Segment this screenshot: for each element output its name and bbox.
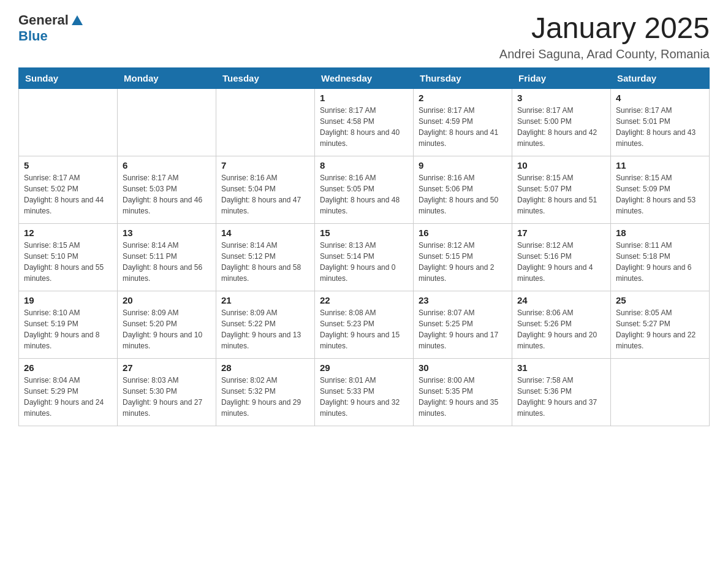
day-number: 8: [320, 160, 408, 170]
day-info: Sunrise: 8:15 AMSunset: 5:09 PMDaylight:…: [616, 172, 704, 216]
day-number: 30: [419, 362, 507, 373]
week-row-1: 1Sunrise: 8:17 AMSunset: 4:58 PMDaylight…: [19, 88, 710, 156]
day-number: 12: [24, 228, 112, 238]
table-row: 15Sunrise: 8:13 AMSunset: 5:14 PMDayligh…: [315, 223, 414, 291]
day-info: Sunrise: 8:12 AMSunset: 5:16 PMDaylight:…: [517, 240, 605, 284]
header-saturday: Saturday: [611, 67, 710, 88]
day-info: Sunrise: 8:09 AMSunset: 5:20 PMDaylight:…: [123, 307, 211, 351]
calendar-title: January 2025: [499, 12, 710, 45]
day-number: 3: [517, 93, 605, 103]
day-number: 18: [616, 228, 704, 238]
day-number: 23: [419, 295, 507, 305]
table-row: 20Sunrise: 8:09 AMSunset: 5:20 PMDayligh…: [118, 291, 216, 358]
week-row-4: 19Sunrise: 8:10 AMSunset: 5:19 PMDayligh…: [19, 291, 710, 358]
day-info: Sunrise: 8:10 AMSunset: 5:19 PMDaylight:…: [24, 307, 112, 351]
day-number: 24: [517, 295, 605, 305]
calendar-subtitle: Andrei Saguna, Arad County, Romania: [499, 47, 710, 61]
day-number: 10: [517, 160, 605, 170]
day-info: Sunrise: 8:04 AMSunset: 5:29 PMDaylight:…: [24, 375, 112, 419]
day-info: Sunrise: 8:16 AMSunset: 5:06 PMDaylight:…: [419, 172, 507, 216]
header-friday: Friday: [512, 67, 611, 88]
day-number: 28: [221, 362, 309, 373]
table-row: 3Sunrise: 8:17 AMSunset: 5:00 PMDaylight…: [512, 88, 611, 156]
day-info: Sunrise: 8:02 AMSunset: 5:32 PMDaylight:…: [221, 375, 309, 419]
day-number: 27: [123, 362, 211, 373]
day-number: 1: [320, 93, 408, 103]
weekday-header-row: Sunday Monday Tuesday Wednesday Thursday…: [19, 67, 710, 88]
table-row: 13Sunrise: 8:14 AMSunset: 5:11 PMDayligh…: [118, 223, 216, 291]
table-row: 17Sunrise: 8:12 AMSunset: 5:16 PMDayligh…: [512, 223, 611, 291]
day-info: Sunrise: 8:15 AMSunset: 5:10 PMDaylight:…: [24, 240, 112, 284]
day-number: 17: [517, 228, 605, 238]
header-thursday: Thursday: [414, 67, 512, 88]
table-row: 23Sunrise: 8:07 AMSunset: 5:25 PMDayligh…: [414, 291, 512, 358]
day-number: 31: [517, 362, 605, 373]
table-row: 22Sunrise: 8:08 AMSunset: 5:23 PMDayligh…: [315, 291, 414, 358]
table-row: 19Sunrise: 8:10 AMSunset: 5:19 PMDayligh…: [19, 291, 118, 358]
day-info: Sunrise: 8:16 AMSunset: 5:04 PMDaylight:…: [221, 172, 309, 216]
day-number: 16: [419, 228, 507, 238]
day-info: Sunrise: 8:05 AMSunset: 5:27 PMDaylight:…: [616, 307, 704, 351]
svg-marker-0: [72, 15, 83, 25]
day-number: 25: [616, 295, 704, 305]
table-row: 30Sunrise: 8:00 AMSunset: 5:35 PMDayligh…: [414, 358, 512, 426]
logo-text-blue: Blue: [18, 28, 48, 44]
day-info: Sunrise: 8:13 AMSunset: 5:14 PMDaylight:…: [320, 240, 408, 284]
table-row: 11Sunrise: 8:15 AMSunset: 5:09 PMDayligh…: [611, 156, 710, 223]
table-row: 10Sunrise: 8:15 AMSunset: 5:07 PMDayligh…: [512, 156, 611, 223]
day-info: Sunrise: 8:01 AMSunset: 5:33 PMDaylight:…: [320, 375, 408, 419]
table-row: 6Sunrise: 8:17 AMSunset: 5:03 PMDaylight…: [118, 156, 216, 223]
table-row: 7Sunrise: 8:16 AMSunset: 5:04 PMDaylight…: [216, 156, 315, 223]
day-info: Sunrise: 8:15 AMSunset: 5:07 PMDaylight:…: [517, 172, 605, 216]
table-row: 27Sunrise: 8:03 AMSunset: 5:30 PMDayligh…: [118, 358, 216, 426]
table-row: 8Sunrise: 8:16 AMSunset: 5:05 PMDaylight…: [315, 156, 414, 223]
day-number: 13: [123, 228, 211, 238]
table-row: 5Sunrise: 8:17 AMSunset: 5:02 PMDaylight…: [19, 156, 118, 223]
table-row: 26Sunrise: 8:04 AMSunset: 5:29 PMDayligh…: [19, 358, 118, 426]
title-section: January 2025 Andrei Saguna, Arad County,…: [499, 12, 710, 61]
day-number: 29: [320, 362, 408, 373]
week-row-3: 12Sunrise: 8:15 AMSunset: 5:10 PMDayligh…: [19, 223, 710, 291]
table-row: 25Sunrise: 8:05 AMSunset: 5:27 PMDayligh…: [611, 291, 710, 358]
day-info: Sunrise: 8:17 AMSunset: 5:02 PMDaylight:…: [24, 172, 112, 216]
day-number: 19: [24, 295, 112, 305]
day-info: Sunrise: 7:58 AMSunset: 5:36 PMDaylight:…: [517, 375, 605, 419]
table-row: 29Sunrise: 8:01 AMSunset: 5:33 PMDayligh…: [315, 358, 414, 426]
table-row: 31Sunrise: 7:58 AMSunset: 5:36 PMDayligh…: [512, 358, 611, 426]
day-number: 14: [221, 228, 309, 238]
day-info: Sunrise: 8:11 AMSunset: 5:18 PMDaylight:…: [616, 240, 704, 284]
table-row: 14Sunrise: 8:14 AMSunset: 5:12 PMDayligh…: [216, 223, 315, 291]
day-number: 5: [24, 160, 112, 170]
logo: General Blue: [18, 12, 84, 44]
week-row-2: 5Sunrise: 8:17 AMSunset: 5:02 PMDaylight…: [19, 156, 710, 223]
day-info: Sunrise: 8:17 AMSunset: 4:59 PMDaylight:…: [419, 105, 507, 149]
week-row-5: 26Sunrise: 8:04 AMSunset: 5:29 PMDayligh…: [19, 358, 710, 426]
day-number: 26: [24, 362, 112, 373]
logo-text-general: General: [18, 12, 69, 28]
day-number: 6: [123, 160, 211, 170]
calendar-table: Sunday Monday Tuesday Wednesday Thursday…: [18, 67, 710, 426]
day-info: Sunrise: 8:07 AMSunset: 5:25 PMDaylight:…: [419, 307, 507, 351]
table-row: 24Sunrise: 8:06 AMSunset: 5:26 PMDayligh…: [512, 291, 611, 358]
day-number: 22: [320, 295, 408, 305]
header-sunday: Sunday: [19, 67, 118, 88]
day-number: 2: [419, 93, 507, 103]
logo-triangle-icon: [70, 14, 84, 28]
day-info: Sunrise: 8:09 AMSunset: 5:22 PMDaylight:…: [221, 307, 309, 351]
table-row: 18Sunrise: 8:11 AMSunset: 5:18 PMDayligh…: [611, 223, 710, 291]
page-header: General Blue January 2025 Andrei Saguna,…: [18, 12, 710, 61]
day-info: Sunrise: 8:17 AMSunset: 5:03 PMDaylight:…: [123, 172, 211, 216]
day-info: Sunrise: 8:17 AMSunset: 5:01 PMDaylight:…: [616, 105, 704, 149]
day-info: Sunrise: 8:14 AMSunset: 5:12 PMDaylight:…: [221, 240, 309, 284]
table-row: 28Sunrise: 8:02 AMSunset: 5:32 PMDayligh…: [216, 358, 315, 426]
day-info: Sunrise: 8:03 AMSunset: 5:30 PMDaylight:…: [123, 375, 211, 419]
day-number: 11: [616, 160, 704, 170]
table-row: 2Sunrise: 8:17 AMSunset: 4:59 PMDaylight…: [414, 88, 512, 156]
day-info: Sunrise: 8:17 AMSunset: 4:58 PMDaylight:…: [320, 105, 408, 149]
day-info: Sunrise: 8:08 AMSunset: 5:23 PMDaylight:…: [320, 307, 408, 351]
table-row: 16Sunrise: 8:12 AMSunset: 5:15 PMDayligh…: [414, 223, 512, 291]
day-info: Sunrise: 8:12 AMSunset: 5:15 PMDaylight:…: [419, 240, 507, 284]
day-info: Sunrise: 8:00 AMSunset: 5:35 PMDaylight:…: [419, 375, 507, 419]
header-monday: Monday: [118, 67, 216, 88]
table-row: [216, 88, 315, 156]
